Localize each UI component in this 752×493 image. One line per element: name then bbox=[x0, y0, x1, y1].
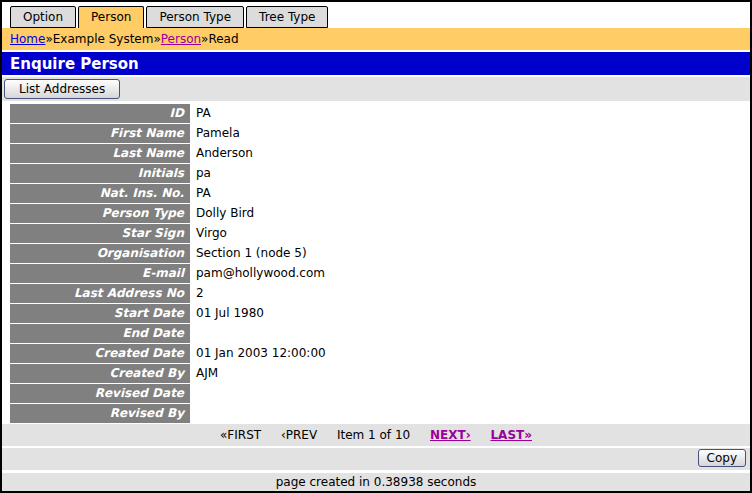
field-value bbox=[190, 324, 196, 326]
field-row-revised-date: Revised Date bbox=[2, 384, 750, 404]
field-value: PA bbox=[190, 184, 211, 200]
app-window: Option Person Person Type Tree Type Home… bbox=[0, 0, 752, 493]
field-label: Initials bbox=[10, 164, 190, 183]
field-value: Section 1 (node 5) bbox=[190, 244, 307, 260]
page-generation-time: page created in 0.38938 seconds bbox=[2, 473, 750, 491]
breadcrumb-item-read: Read bbox=[208, 32, 238, 46]
field-row-created-date: Created Date 01 Jan 2003 12:00:00 bbox=[2, 344, 750, 364]
field-row-last-address-no: Last Address No 2 bbox=[2, 284, 750, 304]
field-row-last-name: Last Name Anderson bbox=[2, 144, 750, 164]
field-row-star-sign: Star Sign Virgo bbox=[2, 224, 750, 244]
pagination-status: Item 1 of 10 bbox=[337, 428, 410, 442]
tab-bar: Option Person Person Type Tree Type bbox=[2, 2, 750, 28]
field-label: E-mail bbox=[10, 264, 190, 283]
field-label: End Date bbox=[10, 324, 190, 343]
field-label: First Name bbox=[10, 124, 190, 143]
pagination-next-link[interactable]: NEXT› bbox=[430, 428, 471, 442]
tab-option[interactable]: Option bbox=[10, 6, 76, 28]
field-value: Anderson bbox=[190, 144, 253, 160]
field-value: 01 Jul 1980 bbox=[190, 304, 264, 320]
pagination-last-link[interactable]: LAST» bbox=[490, 428, 532, 442]
field-label: Revised By bbox=[10, 404, 190, 423]
field-value: Virgo bbox=[190, 224, 227, 240]
field-value: pam@hollywood.com bbox=[190, 264, 325, 280]
field-value: 2 bbox=[190, 284, 204, 300]
list-addresses-button[interactable]: List Addresses bbox=[4, 79, 120, 99]
field-label: Created By bbox=[10, 364, 190, 383]
copy-button[interactable]: Copy bbox=[698, 449, 746, 467]
field-row-end-date: End Date bbox=[2, 324, 750, 344]
field-value: 01 Jan 2003 12:00:00 bbox=[190, 344, 326, 360]
field-row-revised-by: Revised By bbox=[2, 404, 750, 424]
field-label: Start Date bbox=[10, 304, 190, 323]
field-value bbox=[190, 384, 196, 386]
field-value bbox=[190, 404, 196, 406]
field-row-created-by: Created By AJM bbox=[2, 364, 750, 384]
pagination-prev-disabled: ‹PREV bbox=[281, 428, 317, 442]
tab-tree-type[interactable]: Tree Type bbox=[246, 6, 328, 28]
toolbar: List Addresses bbox=[2, 77, 750, 101]
field-row-nat-ins-no: Nat. Ins. No. PA bbox=[2, 184, 750, 204]
pagination-first-disabled: «FIRST bbox=[220, 428, 261, 442]
tab-person[interactable]: Person bbox=[78, 6, 144, 28]
field-value: Pamela bbox=[190, 124, 240, 140]
breadcrumb-item-example-system: Example System bbox=[53, 32, 154, 46]
page-title: Enquire Person bbox=[2, 52, 750, 75]
field-label: Last Name bbox=[10, 144, 190, 163]
field-row-first-name: First Name Pamela bbox=[2, 124, 750, 144]
field-label: Person Type bbox=[10, 204, 190, 223]
field-value: AJM bbox=[190, 364, 218, 380]
tab-person-type[interactable]: Person Type bbox=[146, 6, 244, 28]
field-row-organisation: Organisation Section 1 (node 5) bbox=[2, 244, 750, 264]
breadcrumb-link-home[interactable]: Home bbox=[10, 32, 45, 46]
field-row-id: ID PA bbox=[2, 104, 750, 124]
breadcrumb-separator: » bbox=[45, 32, 52, 46]
field-value: PA bbox=[190, 104, 211, 120]
pagination-bar: «FIRST ‹PREV Item 1 of 10 NEXT› LAST» bbox=[2, 424, 750, 446]
field-row-initials: Initials pa bbox=[2, 164, 750, 184]
record-detail-table: ID PA First Name Pamela Last Name Anders… bbox=[2, 101, 750, 424]
copy-bar: Copy bbox=[2, 448, 750, 470]
field-value: Dolly Bird bbox=[190, 204, 254, 220]
breadcrumb: Home»Example System»Person»Read bbox=[2, 28, 750, 50]
field-label: Revised Date bbox=[10, 384, 190, 403]
field-label: ID bbox=[10, 104, 190, 123]
field-label: Nat. Ins. No. bbox=[10, 184, 190, 203]
field-row-start-date: Start Date 01 Jul 1980 bbox=[2, 304, 750, 324]
field-label: Last Address No bbox=[10, 284, 190, 303]
field-label: Organisation bbox=[10, 244, 190, 263]
field-row-email: E-mail pam@hollywood.com bbox=[2, 264, 750, 284]
breadcrumb-separator: » bbox=[153, 32, 160, 46]
field-row-person-type: Person Type Dolly Bird bbox=[2, 204, 750, 224]
breadcrumb-link-person[interactable]: Person bbox=[161, 32, 201, 46]
field-label: Star Sign bbox=[10, 224, 190, 243]
field-label: Created Date bbox=[10, 344, 190, 363]
field-value: pa bbox=[190, 164, 211, 180]
